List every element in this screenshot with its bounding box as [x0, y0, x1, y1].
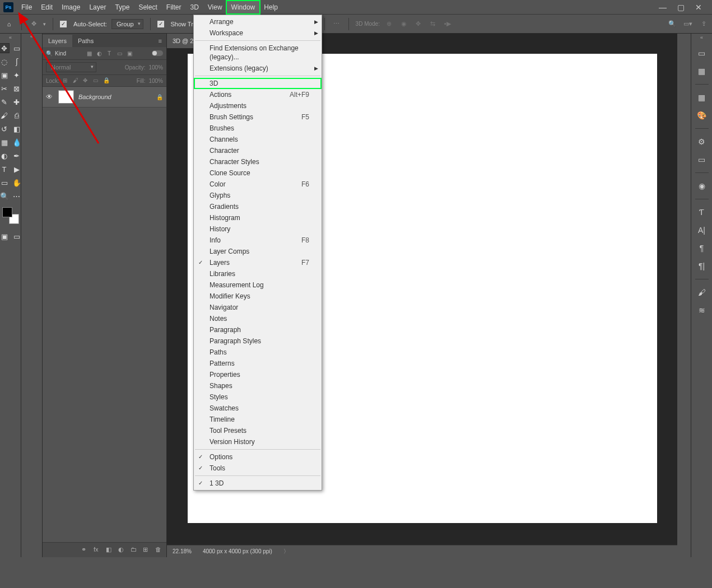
window-close-icon[interactable]: ✕	[694, 3, 703, 12]
menu-item-patterns[interactable]: Patterns	[194, 358, 322, 369]
blend-mode-dropdown[interactable]: Normal	[46, 62, 96, 72]
menu-item-find-extensions-on-exchange-legacy-[interactable]: Find Extensions on Exchange (legacy)...	[194, 43, 322, 63]
eraser-tool[interactable]: ◧	[12, 124, 21, 133]
menu-item-brush-settings[interactable]: Brush SettingsF5	[194, 111, 322, 123]
frame-tool[interactable]: ⊠	[12, 84, 21, 93]
quick-mask-icon[interactable]: ▣	[0, 232, 9, 241]
brush-settings-icon[interactable]: 🖌	[696, 287, 708, 297]
fill-value[interactable]: 100%	[148, 78, 163, 84]
move-tool[interactable]: ✥	[0, 44, 9, 53]
show-transform-checkbox[interactable]: ✓	[157, 21, 164, 27]
menu-item-extensions-legacy-[interactable]: Extensions (legacy)▶	[194, 63, 322, 74]
menu-window[interactable]: Window	[227, 1, 260, 13]
menu-item-1-3d[interactable]: ✓1 3D	[194, 478, 322, 489]
path-select-tool[interactable]: ▶	[12, 165, 21, 174]
character-panel-icon[interactable]: A|	[696, 225, 708, 235]
window-maximize-icon[interactable]: ▢	[676, 3, 685, 12]
menu-item-libraries[interactable]: Libraries	[194, 268, 322, 279]
new-layer-icon[interactable]: ⊞	[143, 546, 151, 554]
link-layers-icon[interactable]: ⚭	[81, 546, 89, 554]
menu-item-arrange[interactable]: Arrange▶	[194, 16, 322, 27]
menu-filter[interactable]: Filter	[162, 1, 186, 13]
collapse-toggle-icon[interactable]: «	[9, 35, 12, 40]
menu-item-gradients[interactable]: Gradients	[194, 201, 322, 212]
filter-toggle[interactable]	[152, 50, 163, 56]
brushes-panel-icon[interactable]: ≋	[696, 305, 708, 315]
brush-tool[interactable]: 🖌	[0, 111, 9, 120]
menu-item-swatches[interactable]: Swatches	[194, 403, 322, 414]
hand-tool[interactable]: ✋	[12, 178, 21, 187]
screen-mode-icon[interactable]: ▭	[12, 232, 21, 241]
filter-pixel-icon[interactable]: ▦	[85, 49, 93, 57]
more-options-icon[interactable]: ⋯	[332, 19, 342, 29]
pen-tool[interactable]: ✒	[12, 151, 21, 160]
menu-view[interactable]: View	[203, 1, 227, 13]
menu-type[interactable]: Type	[110, 1, 134, 13]
history-brush-tool[interactable]: ↺	[0, 124, 9, 133]
adjustment-layer-icon[interactable]: ◐	[118, 546, 126, 554]
type-tool[interactable]: T	[0, 165, 9, 174]
menu-item-workspace[interactable]: Workspace▶	[194, 27, 322, 39]
menu-item-layers[interactable]: ✓LayersF7	[194, 257, 322, 268]
menu-item-histogram[interactable]: Histogram	[194, 212, 322, 223]
menu-item-paths[interactable]: Paths	[194, 347, 322, 358]
menu-item-shapes[interactable]: Shapes	[194, 380, 322, 391]
menu-item-navigator[interactable]: Navigator	[194, 302, 322, 313]
filter-smart-icon[interactable]: ▣	[125, 49, 133, 57]
menu-item-3d[interactable]: 3D	[194, 78, 322, 89]
layer-mask-icon[interactable]: ◧	[106, 546, 114, 554]
lock-pixels-icon[interactable]: ⊞	[63, 77, 69, 84]
search-icon[interactable]: 🔍	[46, 50, 53, 57]
layer-row-background[interactable]: 👁 Background 🔒	[43, 87, 166, 108]
3d-orbit-icon[interactable]: ⊕	[384, 19, 394, 29]
menu-item-layer-comps[interactable]: Layer Comps	[194, 246, 322, 257]
window-minimize-icon[interactable]: —	[658, 3, 667, 12]
home-icon[interactable]: ⌂	[3, 18, 15, 30]
menu-item-history[interactable]: History	[194, 223, 322, 235]
crop-tool[interactable]: ✂	[0, 84, 9, 93]
collapse-panel-icon[interactable]: «	[21, 34, 42, 39]
menu-item-color[interactable]: ColorF6	[194, 179, 322, 190]
menu-item-styles[interactable]: Styles	[194, 391, 322, 403]
menu-item-adjustments[interactable]: Adjustments	[194, 100, 322, 111]
move-tool-icon[interactable]: ✥	[29, 19, 39, 29]
filter-adjust-icon[interactable]: ◐	[95, 49, 103, 57]
gradient-tool[interactable]: ▦	[0, 138, 9, 147]
menu-item-clone-source[interactable]: Clone Source	[194, 167, 322, 179]
layer-style-icon[interactable]: fx	[94, 546, 101, 554]
libraries-panel-icon[interactable]: ▭	[696, 155, 708, 165]
foreground-color-swatch[interactable]	[2, 207, 12, 217]
menu-item-paragraph[interactable]: Paragraph	[194, 324, 322, 335]
panel-menu-icon[interactable]: ≡	[154, 35, 166, 47]
lock-artboard-icon[interactable]: ▭	[93, 77, 100, 84]
menu-item-options[interactable]: ✓Options	[194, 451, 322, 463]
menu-item-tool-presets[interactable]: Tool Presets	[194, 425, 322, 436]
3d-zoom-icon[interactable]: ▪▶	[443, 19, 453, 29]
menu-select[interactable]: Select	[134, 1, 161, 13]
paragraph-styles-icon[interactable]: ¶|	[696, 261, 708, 271]
patterns-panel-icon[interactable]: 🎨	[696, 110, 708, 120]
lock-position-icon[interactable]: 🖌	[73, 77, 80, 84]
swatches-panel-icon[interactable]: ▦	[696, 66, 708, 76]
lasso-tool[interactable]: ʃ	[12, 57, 21, 66]
menu-image[interactable]: Image	[57, 1, 85, 13]
menu-help[interactable]: Help	[259, 1, 282, 13]
clone-stamp-tool[interactable]: ⎙	[12, 111, 21, 120]
menu-item-modifier-keys[interactable]: Modifier Keys	[194, 291, 322, 302]
menu-item-tools[interactable]: ✓Tools	[194, 463, 322, 474]
paragraph-panel-icon[interactable]: ¶	[696, 243, 708, 253]
delete-layer-icon[interactable]: 🗑	[155, 546, 163, 554]
share-icon[interactable]: ⇪	[699, 19, 709, 29]
3d-slide-icon[interactable]: ⇆	[428, 19, 438, 29]
menu-item-character-styles[interactable]: Character Styles	[194, 156, 322, 167]
color-panel-icon[interactable]: ▭	[696, 48, 708, 58]
menu-item-glyphs[interactable]: Glyphs	[194, 190, 322, 201]
artboard-tool[interactable]: ▭	[12, 44, 21, 53]
tab-paths[interactable]: Paths	[72, 35, 99, 47]
menu-item-paragraph-styles[interactable]: Paragraph Styles	[194, 335, 322, 347]
zoom-tool[interactable]: 🔍	[0, 192, 9, 200]
color-swatches[interactable]	[2, 207, 19, 224]
adjustments-panel-icon[interactable]: ⚙	[696, 137, 708, 147]
tab-layers[interactable]: Layers	[43, 35, 72, 47]
menu-file[interactable]: File	[17, 1, 36, 13]
